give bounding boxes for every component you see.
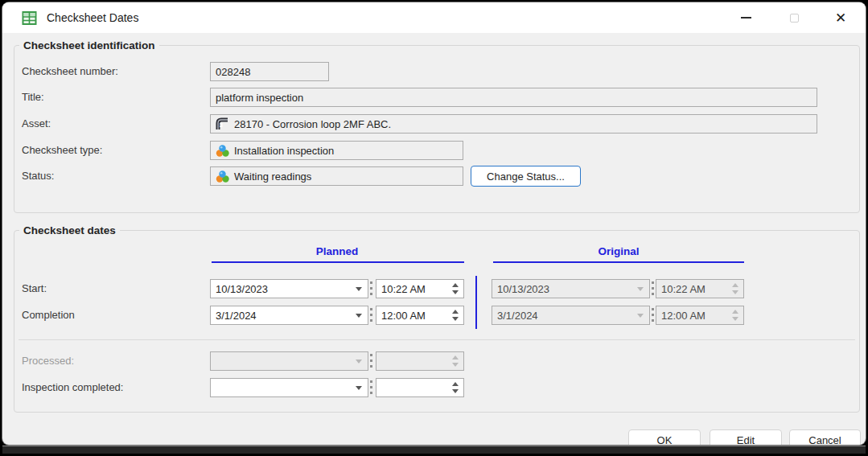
status-field[interactable]: Waiting readings <box>210 166 463 186</box>
asset-field[interactable]: 3 28170 - Corrosion loop 2MF ABC. <box>210 114 817 134</box>
completion-planned-date-combo[interactable]: 3/1/2024 <box>210 306 368 325</box>
checksheet-number-label: Checksheet number: <box>22 62 118 81</box>
datetime-splitter <box>652 281 654 295</box>
ok-button[interactable]: OK <box>628 429 701 445</box>
datetime-splitter <box>652 308 654 322</box>
checksheet-type-label: Checksheet type: <box>22 141 102 160</box>
start-original-date-value: 10/13/2023 <box>497 283 633 295</box>
title-field[interactable]: platform inspection <box>210 88 817 107</box>
original-column-header: Original <box>492 245 746 257</box>
completion-original-time-value: 12:00 AM <box>661 310 729 322</box>
spinner-buttons[interactable] <box>449 310 462 321</box>
background-window-sliver <box>2 446 866 454</box>
close-icon: ✕ <box>835 11 846 25</box>
processed-date-combo <box>210 351 368 371</box>
dates-group-label: Checksheet dates <box>19 224 120 236</box>
spinner-buttons[interactable] <box>449 382 462 393</box>
asset-corrosion-loop-icon: 3 <box>216 117 229 131</box>
status-label: Status: <box>22 166 54 186</box>
checksheet-number-field[interactable]: 028248 <box>210 62 329 81</box>
identification-group-label: Checksheet identification <box>19 39 159 51</box>
column-separator <box>475 276 477 329</box>
section-divider <box>19 339 855 340</box>
close-button[interactable]: ✕ <box>827 6 854 30</box>
spinner-buttons <box>449 355 462 367</box>
maximize-button <box>780 6 808 30</box>
window-title: Checksheet Dates <box>47 11 138 24</box>
processed-label: Processed: <box>22 351 74 371</box>
asset-value: 28170 - Corrosion loop 2MF ABC. <box>234 118 391 130</box>
svg-text:3: 3 <box>220 121 224 129</box>
dropdown-arrow-icon <box>352 352 366 370</box>
dropdown-arrow-icon[interactable] <box>352 280 366 298</box>
start-original-time-spinner: 10:22 AM <box>656 279 744 298</box>
completion-label: Completion <box>22 306 75 325</box>
checksheet-type-value: Installation inspection <box>234 145 334 157</box>
start-original-date-combo: 10/13/2023 <box>492 279 650 298</box>
cancel-button[interactable]: Cancel <box>789 429 861 445</box>
planned-underline <box>212 261 464 263</box>
checksheet-number-value: 028248 <box>216 66 250 78</box>
dropdown-arrow-icon[interactable] <box>352 306 366 324</box>
inspection-completed-date-combo[interactable] <box>210 378 368 397</box>
dropdown-arrow-icon <box>633 280 648 298</box>
completion-original-date-combo: 3/1/2024 <box>492 306 650 325</box>
spinner-buttons <box>729 283 742 294</box>
start-planned-time-spinner[interactable]: 10:22 AM <box>376 279 464 298</box>
status-balls-icon <box>216 170 229 183</box>
datetime-splitter <box>370 308 372 322</box>
original-underline <box>493 261 744 263</box>
title-bar: Checksheet Dates ✕ <box>2 2 866 33</box>
status-balls-icon <box>216 144 229 158</box>
title-label: Title: <box>22 88 44 107</box>
planned-column-header: Planned <box>210 245 464 257</box>
asset-label: Asset: <box>22 114 51 134</box>
minimize-button[interactable] <box>732 6 759 30</box>
dropdown-arrow-icon[interactable] <box>352 379 366 396</box>
edit-button[interactable]: Edit <box>710 429 782 445</box>
dropdown-arrow-icon <box>633 306 648 324</box>
completion-planned-time-spinner[interactable]: 12:00 AM <box>376 306 464 325</box>
title-value: platform inspection <box>216 92 303 104</box>
checksheet-dates-dialog: Checksheet Dates ✕ Checksheet identifica… <box>2 2 866 445</box>
datetime-splitter <box>370 281 372 295</box>
maximize-icon <box>790 14 799 23</box>
start-label: Start: <box>22 279 47 298</box>
datetime-splitter <box>370 380 372 394</box>
completion-planned-time-value: 12:00 AM <box>381 310 449 322</box>
inspection-completed-time-spinner[interactable] <box>376 378 464 397</box>
spinner-buttons <box>729 310 742 321</box>
inspection-completed-label: Inspection completed: <box>22 378 123 397</box>
checksheet-type-field[interactable]: Installation inspection <box>210 141 463 160</box>
completion-original-time-spinner: 12:00 AM <box>656 306 744 325</box>
start-planned-time-value: 10:22 AM <box>381 283 449 295</box>
minimize-icon <box>741 17 751 18</box>
start-planned-date-value: 10/13/2023 <box>216 283 352 295</box>
completion-planned-date-value: 3/1/2024 <box>216 310 352 322</box>
datetime-splitter <box>370 354 372 368</box>
spinner-buttons[interactable] <box>449 283 462 294</box>
completion-original-date-value: 3/1/2024 <box>497 310 633 322</box>
status-value: Waiting readings <box>234 170 311 183</box>
processed-time-spinner <box>376 351 464 371</box>
start-original-time-value: 10:22 AM <box>661 283 729 295</box>
start-planned-date-combo[interactable]: 10/13/2023 <box>210 279 368 298</box>
change-status-button[interactable]: Change Status... <box>471 166 581 187</box>
checksheet-table-icon <box>22 10 37 26</box>
